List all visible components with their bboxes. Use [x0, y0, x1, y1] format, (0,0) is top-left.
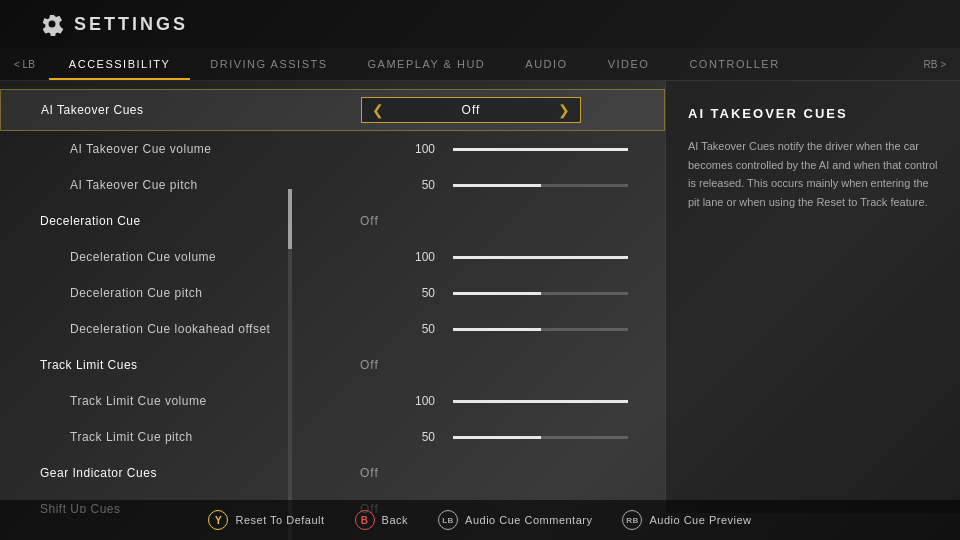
gear-icon	[40, 12, 64, 36]
row-deceleration-lookahead[interactable]: Deceleration Cue lookahead offset 50	[0, 311, 665, 347]
info-panel: AI TAKEOVER CUES AI Takeover Cues notify…	[665, 81, 960, 513]
action-reset[interactable]: Y Reset To Default	[208, 510, 324, 530]
toggle-value: Off	[392, 103, 550, 117]
audio-preview-label: Audio Cue Preview	[649, 514, 751, 526]
track-ai-takeover-volume[interactable]	[453, 148, 628, 151]
header: SETTINGS	[0, 0, 960, 48]
track-deceleration-lookahead[interactable]	[453, 328, 628, 331]
value-track-limit-pitch: 50	[390, 430, 435, 444]
action-audio-preview[interactable]: RB Audio Cue Preview	[622, 510, 751, 530]
settings-list: AI Takeover Cues ❮ Off ❯ AI Takeover Cue…	[0, 81, 665, 513]
label-deceleration-cue: Deceleration Cue	[40, 214, 360, 228]
btn-b-icon: B	[355, 510, 375, 530]
label-gear-indicator-cues: Gear Indicator Cues	[40, 466, 360, 480]
nav-rb[interactable]: RB >	[909, 49, 960, 80]
btn-lb-icon: LB	[438, 510, 458, 530]
row-deceleration-cue[interactable]: Deceleration Cue Off	[0, 203, 665, 239]
value-gear-indicator-cues: Off	[360, 466, 379, 480]
label-deceleration-volume: Deceleration Cue volume	[70, 250, 390, 264]
row-track-limit-volume[interactable]: Track Limit Cue volume 100	[0, 383, 665, 419]
label-track-limit-volume: Track Limit Cue volume	[70, 394, 390, 408]
track-ai-takeover-pitch[interactable]	[453, 184, 628, 187]
track-deceleration-volume[interactable]	[453, 256, 628, 259]
value-ai-takeover-volume: 100	[390, 142, 435, 156]
reset-label: Reset To Default	[235, 514, 324, 526]
label-ai-takeover-pitch: AI Takeover Cue pitch	[70, 178, 390, 192]
btn-y-icon: Y	[208, 510, 228, 530]
row-deceleration-volume[interactable]: Deceleration Cue volume 100	[0, 239, 665, 275]
bottom-bar: Y Reset To Default B Back LB Audio Cue C…	[0, 500, 960, 540]
tab-controller[interactable]: CONTROLLER	[669, 48, 799, 80]
track-deceleration-pitch[interactable]	[453, 292, 628, 295]
action-back[interactable]: B Back	[355, 510, 408, 530]
row-deceleration-pitch[interactable]: Deceleration Cue pitch 50	[0, 275, 665, 311]
value-deceleration-cue: Off	[360, 214, 379, 228]
label-deceleration-pitch: Deceleration Cue pitch	[70, 286, 390, 300]
value-ai-takeover-pitch: 50	[390, 178, 435, 192]
value-track-limit-volume: 100	[390, 394, 435, 408]
value-track-limit-cues: Off	[360, 358, 379, 372]
slider-ai-takeover-volume[interactable]: 100	[390, 142, 628, 156]
back-label: Back	[382, 514, 408, 526]
scrollbar-thumb[interactable]	[288, 189, 292, 249]
info-panel-text: AI Takeover Cues notify the driver when …	[688, 137, 938, 212]
value-deceleration-pitch: 50	[390, 286, 435, 300]
scrollbar[interactable]	[288, 189, 292, 540]
settings-title-group: SETTINGS	[40, 12, 188, 36]
track-track-limit-volume[interactable]	[453, 400, 628, 403]
slider-track-limit-volume[interactable]: 100	[390, 394, 628, 408]
row-track-limit-pitch[interactable]: Track Limit Cue pitch 50	[0, 419, 665, 455]
tab-audio[interactable]: AUDIO	[505, 48, 587, 80]
slider-deceleration-volume[interactable]: 100	[390, 250, 628, 264]
label-deceleration-lookahead: Deceleration Cue lookahead offset	[70, 322, 390, 336]
value-deceleration-lookahead: 50	[390, 322, 435, 336]
arrow-left-icon[interactable]: ❮	[372, 102, 384, 118]
arrow-right-icon[interactable]: ❯	[558, 102, 570, 118]
settings-title-text: SETTINGS	[74, 14, 188, 35]
main-content: AI Takeover Cues ❮ Off ❯ AI Takeover Cue…	[0, 81, 960, 513]
row-ai-takeover-pitch[interactable]: AI Takeover Cue pitch 50	[0, 167, 665, 203]
row-ai-takeover-cues[interactable]: AI Takeover Cues ❮ Off ❯	[0, 89, 665, 131]
audio-commentary-label: Audio Cue Commentary	[465, 514, 592, 526]
label-ai-takeover-cues: AI Takeover Cues	[41, 103, 361, 117]
row-track-limit-cues[interactable]: Track Limit Cues Off	[0, 347, 665, 383]
track-track-limit-pitch[interactable]	[453, 436, 628, 439]
slider-deceleration-pitch[interactable]: 50	[390, 286, 628, 300]
label-track-limit-cues: Track Limit Cues	[40, 358, 360, 372]
btn-rb-icon: RB	[622, 510, 642, 530]
value-deceleration-volume: 100	[390, 250, 435, 264]
nav-lb[interactable]: < LB	[0, 49, 49, 80]
nav-tabs: < LB ACCESSIBILITY DRIVING ASSISTS GAMEP…	[0, 48, 960, 81]
tab-video[interactable]: VIDEO	[588, 48, 670, 80]
slider-track-limit-pitch[interactable]: 50	[390, 430, 628, 444]
tab-driving-assists[interactable]: DRIVING ASSISTS	[190, 48, 347, 80]
row-gear-indicator-cues[interactable]: Gear Indicator Cues Off	[0, 455, 665, 491]
tab-gameplay-hud[interactable]: GAMEPLAY & HUD	[348, 48, 506, 80]
slider-deceleration-lookahead[interactable]: 50	[390, 322, 628, 336]
tab-accessibility[interactable]: ACCESSIBILITY	[49, 48, 190, 80]
action-audio-commentary[interactable]: LB Audio Cue Commentary	[438, 510, 592, 530]
label-ai-takeover-volume: AI Takeover Cue volume	[70, 142, 390, 156]
row-ai-takeover-volume[interactable]: AI Takeover Cue volume 100	[0, 131, 665, 167]
label-track-limit-pitch: Track Limit Cue pitch	[70, 430, 390, 444]
slider-ai-takeover-pitch[interactable]: 50	[390, 178, 628, 192]
info-panel-title: AI TAKEOVER CUES	[688, 106, 938, 121]
toggle-ai-takeover-cues[interactable]: ❮ Off ❯	[361, 97, 581, 123]
